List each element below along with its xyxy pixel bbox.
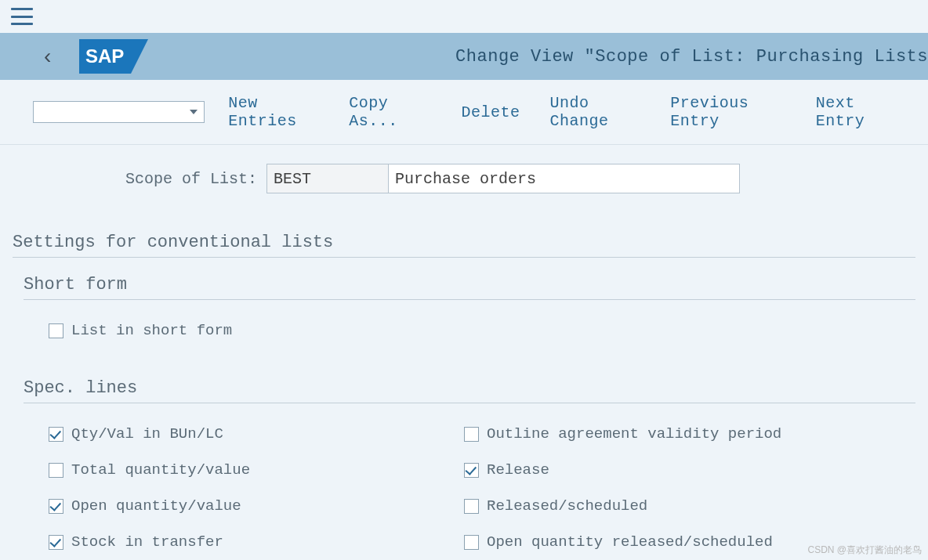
released-scheduled-label: Released/scheduled [487,497,647,515]
new-entries-button[interactable]: New Entries [228,94,319,130]
copy-as-button[interactable]: Copy As... [349,94,431,130]
delete-button[interactable]: Delete [461,103,520,121]
page-title: Change View "Scope of List: Purchasing L… [455,47,928,67]
total-qty-val-label: Total quantity/value [71,461,250,479]
outline-agreement-checkbox[interactable] [464,427,479,442]
stock-in-transfer-checkbox[interactable] [49,535,63,550]
toolbar-dropdown[interactable] [33,101,205,123]
list-short-form-checkbox[interactable] [49,323,63,338]
qty-val-bun-lc-checkbox[interactable] [49,427,63,442]
sap-logo: SAP [79,39,148,74]
open-qty-val-checkbox[interactable] [49,499,63,514]
previous-entry-button[interactable]: Previous Entry [670,94,785,130]
list-short-form-label: List in short form [71,322,232,339]
toolbar: New Entries Copy As... Delete Undo Chang… [0,80,928,145]
next-entry-button[interactable]: Next Entry [816,94,898,130]
qty-val-bun-lc-label: Qty/Val in BUn/LC [71,425,223,443]
scope-of-list-label: Scope of List: [125,170,257,188]
hamburger-menu-icon[interactable] [11,8,33,25]
stock-in-transfer-label: Stock in transfer [71,533,223,551]
svg-text:SAP: SAP [85,45,124,67]
open-qty-val-label: Open quantity/value [71,497,241,515]
released-scheduled-checkbox[interactable] [464,499,479,514]
short-form-header: Short form [24,275,915,300]
back-button[interactable]: ‹ [44,44,51,69]
scope-code-input[interactable] [266,164,389,193]
spec-lines-header: Spec. lines [24,378,915,403]
watermark: CSDN @喜欢打酱油的老鸟 [807,544,922,557]
undo-change-button[interactable]: Undo Change [549,94,640,130]
open-qty-rel-sched-label: Open quantity released/scheduled [487,533,773,551]
total-qty-val-checkbox[interactable] [49,463,63,478]
open-qty-rel-sched-checkbox[interactable] [464,535,479,550]
release-label: Release [487,461,549,479]
release-checkbox[interactable] [464,463,479,478]
scope-desc-input[interactable] [389,164,740,193]
settings-section-header: Settings for conventional lists [13,233,915,258]
outline-agreement-label: Outline agreement validity period [487,425,781,443]
